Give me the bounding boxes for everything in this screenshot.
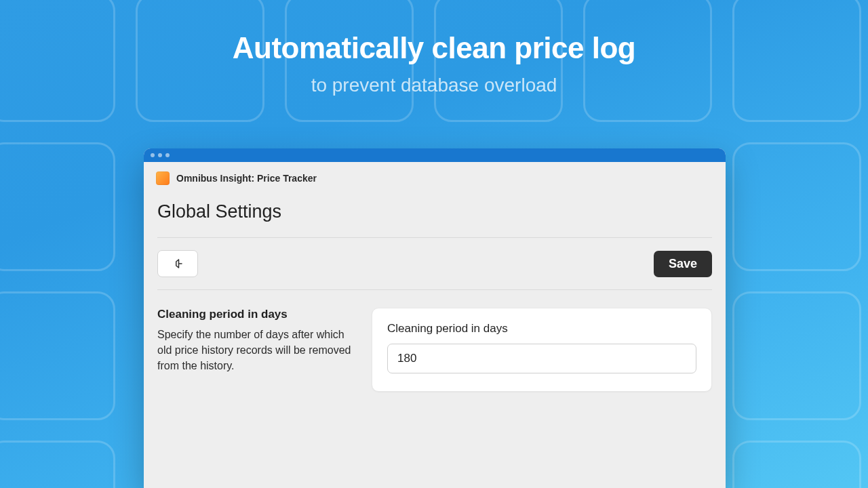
settings-row: Cleaning period in days Specify the numb… — [157, 290, 712, 392]
page-body: Global Settings Save Cleaning period in … — [144, 201, 726, 392]
app-name: Omnibus Insight: Price Tracker — [176, 173, 317, 184]
window-titlebar — [144, 148, 726, 162]
hero-title: Automatically clean price log — [0, 31, 868, 65]
app-window: Omnibus Insight: Price Tracker Global Se… — [144, 148, 726, 488]
setting-info: Cleaning period in days Specify the numb… — [157, 308, 354, 392]
window-dot — [165, 153, 170, 157]
app-header: Omnibus Insight: Price Tracker — [144, 162, 726, 189]
bg-decoration — [0, 142, 115, 271]
bg-decoration — [732, 291, 861, 420]
app-icon — [156, 171, 170, 185]
back-button[interactable] — [157, 250, 198, 277]
back-icon — [172, 258, 184, 270]
promo-background: Automatically clean price log to prevent… — [0, 0, 868, 488]
bg-decoration — [0, 441, 115, 488]
setting-description: Specify the number of days after which o… — [157, 327, 354, 374]
field-label: Cleaning period in days — [387, 322, 696, 336]
cleaning-period-input[interactable] — [387, 344, 696, 373]
setting-card: Cleaning period in days — [372, 308, 712, 392]
bg-decoration — [0, 291, 115, 420]
hero-section: Automatically clean price log to prevent… — [0, 0, 868, 96]
bg-decoration — [732, 142, 861, 271]
window-dot — [158, 153, 162, 157]
setting-title: Cleaning period in days — [157, 308, 354, 321]
window-dot — [151, 153, 155, 157]
save-button[interactable]: Save — [654, 251, 712, 277]
toolbar: Save — [157, 238, 712, 289]
hero-subtitle: to prevent database overload — [0, 75, 868, 96]
page-title: Global Settings — [157, 201, 712, 222]
bg-decoration — [732, 441, 861, 488]
